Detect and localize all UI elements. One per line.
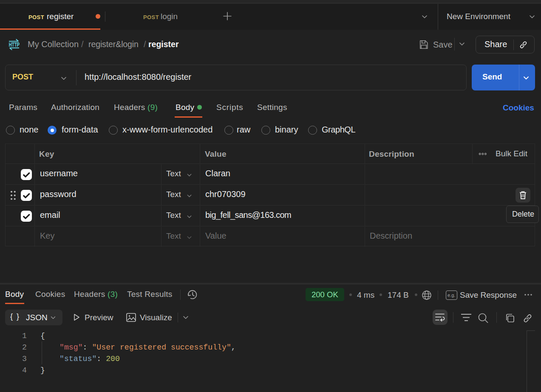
- svg-text:HTTP: HTTP: [9, 41, 20, 48]
